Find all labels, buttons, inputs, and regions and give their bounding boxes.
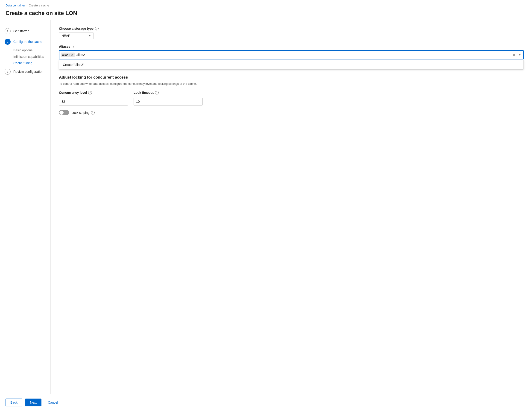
lock-striping-row: Lock striping ? [59,110,524,115]
locking-section-desc: To control read and write data access, c… [59,82,524,86]
concurrency-level-input[interactable] [59,98,128,105]
concurrency-level-help-icon[interactable]: ? [88,91,92,95]
locking-fields-row: Concurrency level ? Lock timeout ? [59,91,524,105]
sidebar-step-3[interactable]: 3 Review configuration [0,66,50,77]
aliases-clear-button[interactable]: ✕ [512,53,516,57]
aliases-dropdown-suggestion: Create "alias2" [59,60,524,70]
storage-type-value: HEAP [61,34,70,38]
aliases-label: Aliases ? [59,45,524,48]
aliases-section: Aliases ? alias1 ✕ ✕ ▼ Create " [59,45,524,70]
footer: Back Next Cancel [0,394,532,411]
sidebar-step-1[interactable]: 1 Get started [0,26,50,36]
aliases-actions: ✕ ▼ [512,53,522,57]
next-button[interactable]: Next [25,399,41,406]
aliases-input-wrapper[interactable]: alias1 ✕ ✕ ▼ [59,50,524,59]
concurrency-level-group: Concurrency level ? [59,91,128,105]
alias-input[interactable] [76,53,511,57]
locking-section-title: Adjust locking for concurrent access [59,75,524,80]
page-title: Create a cache on site LON [0,9,532,20]
main-content: Choose a storage type ? HEAP ▼ Aliases ?… [51,20,532,394]
step-3-number: 3 [5,69,10,75]
storage-type-help-icon[interactable]: ? [95,27,99,30]
storage-type-label: Choose a storage type ? [59,27,524,30]
alias-tag-alias1: alias1 ✕ [61,53,75,57]
step-1-number: 1 [5,28,10,34]
breadcrumb: Data container › Create a cache [0,0,532,9]
breadcrumb-current: Create a cache [29,4,49,7]
cancel-button[interactable]: Cancel [44,399,62,406]
step-2-number: 2 [5,39,10,45]
sidebar-step-2[interactable]: 2 Configure the cache [0,36,50,47]
storage-type-dropdown-arrow: ▼ [89,35,91,37]
storage-type-select[interactable]: HEAP ▼ [59,32,94,39]
main-layout: 1 Get started 2 Configure the cache Basi… [0,20,532,394]
breadcrumb-separator: › [27,4,28,7]
lock-timeout-group: Lock timeout ? [133,91,203,105]
lock-striping-help-icon[interactable]: ? [91,111,95,115]
locking-section: Adjust locking for concurrent access To … [59,75,524,115]
subitem-cache-tuning[interactable]: Cache tuning [13,60,50,66]
subitem-basic-options[interactable]: Basic options [13,47,50,53]
lock-timeout-help-icon[interactable]: ? [155,91,159,95]
aliases-help-icon[interactable]: ? [72,45,75,48]
toggle-knob [59,111,64,115]
subitem-infinispan-capabilities[interactable]: Infinispan capabilities [13,53,50,60]
create-alias2-suggestion[interactable]: Create "alias2" [59,60,523,69]
step-3-label: Review configuration [13,69,43,74]
lock-striping-label: Lock striping ? [71,111,95,115]
step-2-subitems: Basic options Infinispan capabilities Ca… [0,47,50,66]
lock-timeout-label: Lock timeout ? [133,91,203,95]
back-button[interactable]: Back [6,399,22,406]
page-wrapper: Data container › Create a cache Create a… [0,0,532,411]
concurrency-level-label: Concurrency level ? [59,91,128,95]
aliases-dropdown-button[interactable]: ▼ [518,53,522,57]
storage-type-section: Choose a storage type ? HEAP ▼ [59,27,524,39]
alias-tag-text: alias1 [62,53,70,57]
sidebar: 1 Get started 2 Configure the cache Basi… [0,20,51,394]
lock-timeout-input[interactable] [133,98,203,105]
step-1-label: Get started [13,28,29,34]
alias-tag-close-alias1[interactable]: ✕ [71,53,73,56]
breadcrumb-parent[interactable]: Data container [6,4,25,7]
lock-striping-toggle[interactable] [59,110,69,115]
step-2-label: Configure the cache [13,39,42,44]
